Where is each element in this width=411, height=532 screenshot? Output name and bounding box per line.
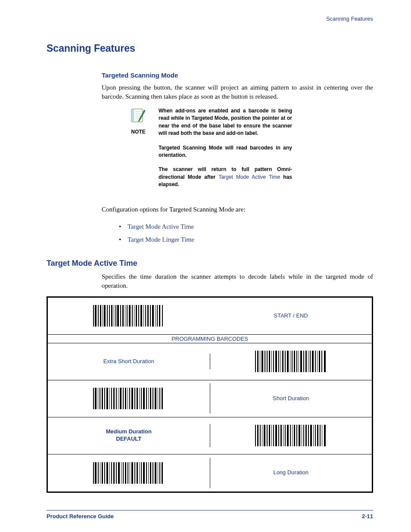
svg-rect-109 (278, 425, 279, 446)
svg-rect-48 (280, 351, 281, 372)
svg-rect-144 (125, 462, 126, 484)
svg-rect-19 (122, 305, 124, 327)
svg-rect-154 (148, 462, 149, 484)
svg-rect-145 (128, 462, 128, 484)
svg-rect-36 (162, 305, 163, 327)
heading-targeted-scanning-mode: Targeted Scanning Mode (102, 72, 373, 79)
svg-rect-92 (148, 388, 149, 409)
svg-rect-105 (269, 425, 270, 446)
svg-rect-22 (129, 305, 131, 327)
svg-rect-97 (159, 388, 160, 409)
svg-rect-151 (141, 462, 142, 484)
svg-rect-26 (138, 305, 139, 327)
label-short: Short Duration (273, 395, 309, 402)
svg-rect-38 (257, 351, 258, 372)
svg-rect-138 (111, 462, 112, 484)
svg-rect-47 (278, 351, 279, 372)
svg-rect-53 (292, 351, 293, 372)
svg-rect-6 (93, 305, 94, 327)
note-para-2: Targeted Scanning Mode will read barcode… (159, 144, 292, 159)
svg-rect-12 (107, 305, 108, 327)
svg-rect-72 (102, 388, 103, 409)
svg-rect-146 (130, 462, 130, 484)
note-para-3: The scanner will return to full pattern … (159, 166, 292, 188)
svg-rect-55 (296, 351, 297, 372)
svg-rect-37 (255, 351, 256, 372)
svg-rect-131 (95, 462, 97, 484)
svg-rect-89 (141, 388, 142, 409)
svg-rect-148 (134, 462, 135, 484)
svg-rect-25 (136, 305, 137, 327)
body-targeted-intro: Upon pressing the button, the scanner wi… (102, 83, 373, 101)
svg-rect-117 (296, 425, 297, 446)
svg-rect-110 (280, 425, 282, 446)
svg-rect-10 (103, 305, 103, 327)
running-header: Scanning Features (47, 16, 373, 22)
svg-rect-139 (113, 462, 115, 484)
svg-rect-150 (139, 462, 140, 484)
svg-rect-123 (310, 425, 312, 446)
svg-rect-33 (155, 305, 156, 327)
svg-rect-16 (115, 305, 116, 327)
note-block: NOTE When add-ons are enabled and a barc… (127, 107, 373, 196)
label-long: Long Duration (273, 469, 308, 476)
svg-rect-59 (305, 351, 307, 372)
svg-rect-128 (322, 425, 322, 446)
svg-rect-136 (106, 462, 108, 484)
svg-rect-90 (143, 388, 145, 409)
svg-rect-69 (95, 388, 97, 409)
barcode-medium (210, 420, 372, 451)
svg-rect-63 (315, 351, 316, 372)
svg-rect-76 (111, 388, 112, 409)
svg-rect-122 (308, 425, 309, 446)
svg-rect-108 (275, 425, 277, 446)
svg-rect-133 (100, 462, 100, 484)
svg-rect-51 (287, 351, 289, 372)
svg-rect-106 (271, 425, 272, 446)
svg-rect-68 (93, 388, 94, 409)
svg-rect-129 (324, 425, 326, 446)
svg-rect-96 (158, 388, 158, 409)
svg-rect-49 (282, 351, 283, 372)
svg-rect-15 (114, 305, 114, 327)
svg-rect-71 (100, 388, 100, 409)
svg-rect-62 (312, 351, 314, 372)
svg-rect-119 (302, 425, 302, 446)
barcode-start-end-image (48, 301, 210, 331)
svg-rect-43 (269, 351, 270, 372)
config-item[interactable]: Target Mode Linger Time (119, 233, 373, 246)
svg-rect-35 (159, 305, 160, 327)
svg-rect-8 (98, 305, 99, 327)
svg-rect-91 (146, 388, 147, 409)
svg-rect-87 (137, 388, 138, 409)
svg-rect-74 (106, 388, 108, 409)
svg-rect-93 (150, 388, 151, 409)
config-item[interactable]: Target Mode Active Time (119, 220, 373, 233)
svg-rect-28 (143, 305, 144, 327)
svg-rect-65 (319, 351, 320, 372)
footer-title: Product Reference Guide (47, 513, 114, 520)
config-intro: Configuration options for Targeted Scann… (102, 205, 373, 214)
svg-rect-140 (116, 462, 117, 484)
svg-rect-82 (125, 388, 126, 409)
svg-rect-101 (260, 425, 261, 446)
svg-rect-1 (131, 109, 134, 122)
svg-rect-94 (153, 388, 153, 409)
svg-rect-158 (158, 462, 158, 484)
svg-rect-80 (120, 388, 121, 409)
svg-rect-160 (162, 462, 163, 484)
programming-barcodes-header: PROGRAMMING BARCODES (48, 335, 372, 343)
page-footer: Product Reference Guide 2-11 (47, 510, 373, 520)
note-para-3-link[interactable]: Target Mode Active Time (218, 174, 280, 180)
svg-rect-95 (155, 388, 156, 409)
note-label: NOTE (127, 129, 150, 135)
svg-rect-29 (145, 305, 146, 327)
svg-rect-41 (265, 351, 265, 372)
svg-rect-44 (271, 351, 272, 372)
svg-rect-39 (260, 351, 260, 372)
svg-rect-21 (127, 305, 128, 327)
heading-scanning-features: Scanning Features (47, 43, 373, 54)
svg-rect-83 (128, 388, 128, 409)
label-medium-default: Medium DurationDEFAULT (106, 428, 152, 443)
svg-rect-42 (267, 351, 268, 372)
